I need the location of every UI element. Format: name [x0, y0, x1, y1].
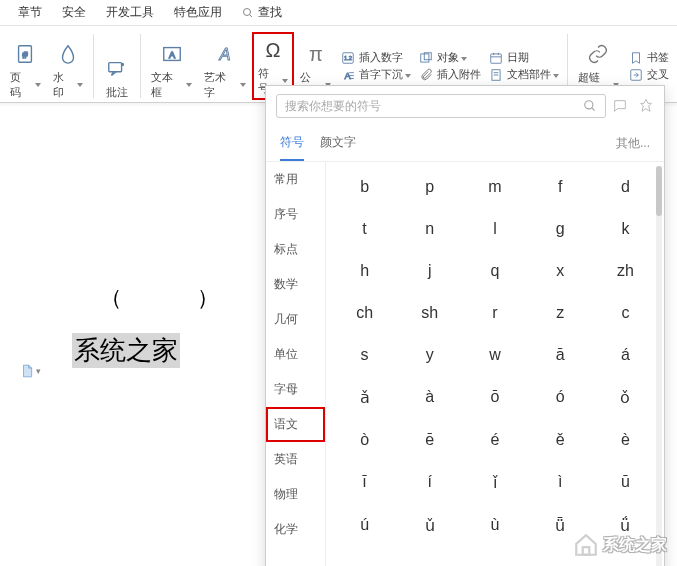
- symbol-cell[interactable]: x: [528, 250, 593, 292]
- svg-text:1.2: 1.2: [344, 55, 352, 61]
- scrollbar-thumb[interactable]: [656, 166, 662, 216]
- symbol-cell[interactable]: í: [397, 461, 462, 504]
- doc-parts-button[interactable]: 文档部件: [489, 67, 559, 82]
- symbol-cell[interactable]: ì: [528, 461, 593, 504]
- svg-rect-4: [109, 63, 122, 72]
- number-icon: 1.2: [341, 51, 355, 65]
- svg-point-27: [585, 101, 593, 109]
- search-icon[interactable]: [583, 99, 597, 113]
- symbol-cell[interactable]: m: [462, 166, 527, 208]
- symbol-cell[interactable]: à: [397, 376, 462, 419]
- category-几何[interactable]: 几何: [266, 302, 325, 337]
- category-化学[interactable]: 化学: [266, 512, 325, 547]
- category-语文[interactable]: 语文: [266, 407, 325, 442]
- wordart-button[interactable]: A 艺术字: [198, 32, 251, 100]
- drop-cap-button[interactable]: A 首字下沉: [341, 67, 411, 82]
- symbol-cell[interactable]: ě: [528, 419, 593, 461]
- menu-security[interactable]: 安全: [62, 4, 86, 21]
- category-物理[interactable]: 物理: [266, 477, 325, 512]
- symbol-cell[interactable]: è: [593, 419, 658, 461]
- symbol-cell[interactable]: y: [397, 334, 462, 376]
- insert-number-button[interactable]: 1.2 插入数字: [341, 50, 411, 65]
- category-标点[interactable]: 标点: [266, 232, 325, 267]
- symbol-cell[interactable]: ǎ: [332, 376, 397, 419]
- date-button[interactable]: 日期: [489, 50, 559, 65]
- body-text: 系统之家: [72, 333, 180, 368]
- tab-symbols[interactable]: 符号: [280, 126, 304, 161]
- page-number-button[interactable]: # 页码: [4, 32, 47, 100]
- svg-line-1: [250, 14, 253, 17]
- tab-other[interactable]: 其他...: [616, 135, 650, 152]
- find-action[interactable]: 查找: [242, 4, 282, 21]
- category-序号[interactable]: 序号: [266, 197, 325, 232]
- svg-point-5: [122, 64, 124, 66]
- symbol-cell[interactable]: é: [462, 419, 527, 461]
- scrollbar[interactable]: [656, 166, 662, 566]
- symbol-cell[interactable]: p: [397, 166, 462, 208]
- symbol-cell[interactable]: ē: [397, 419, 462, 461]
- symbol-cell[interactable]: z: [528, 292, 593, 334]
- symbol-cell[interactable]: ā: [528, 334, 593, 376]
- symbol-cell[interactable]: j: [397, 250, 462, 292]
- symbol-cell[interactable]: sh: [397, 292, 462, 334]
- attachment-button[interactable]: 插入附件: [419, 67, 481, 82]
- symbol-cell[interactable]: q: [462, 250, 527, 292]
- bookmark-button[interactable]: 书签: [629, 50, 669, 65]
- symbol-grid-container: bpmfdtnlgkhjqxzhchshrzcsywāáǎàōóǒòēéěèīí…: [326, 162, 664, 566]
- symbol-cell[interactable]: zh: [593, 250, 658, 292]
- symbol-cell[interactable]: ch: [332, 292, 397, 334]
- link-icon: [587, 43, 609, 65]
- symbol-cell[interactable]: ǔ: [397, 504, 462, 547]
- pin-icon[interactable]: [638, 98, 654, 114]
- annotate-icon: [106, 58, 128, 80]
- category-字母[interactable]: 字母: [266, 372, 325, 407]
- symbol-cell[interactable]: r: [462, 292, 527, 334]
- menu-features[interactable]: 特色应用: [174, 4, 222, 21]
- menu-devtools[interactable]: 开发工具: [106, 4, 154, 21]
- tab-emoji[interactable]: 颜文字: [320, 126, 356, 161]
- calendar-icon: [489, 51, 503, 65]
- menu-chapter[interactable]: 章节: [18, 4, 42, 21]
- symbol-cell[interactable]: ò: [332, 419, 397, 461]
- symbol-search-input[interactable]: [285, 99, 583, 113]
- symbol-cell[interactable]: ó: [528, 376, 593, 419]
- symbol-cell[interactable]: ù: [462, 504, 527, 547]
- symbol-cell[interactable]: ī: [332, 461, 397, 504]
- crossref-button[interactable]: 交叉: [629, 67, 669, 82]
- category-常用[interactable]: 常用: [266, 162, 325, 197]
- symbol-cell[interactable]: t: [332, 208, 397, 250]
- symbol-search[interactable]: [276, 94, 606, 118]
- watermark-button[interactable]: 水印: [47, 32, 90, 100]
- document-icon: [20, 363, 34, 379]
- symbol-cell[interactable]: d: [593, 166, 658, 208]
- textbox-button[interactable]: A 文本框: [145, 32, 198, 100]
- document-page[interactable]: （ ） 系统之家: [72, 283, 252, 368]
- symbol-cell[interactable]: l: [462, 208, 527, 250]
- symbol-cell[interactable]: ū: [593, 461, 658, 504]
- symbol-cell[interactable]: h: [332, 250, 397, 292]
- symbol-cell[interactable]: s: [332, 334, 397, 376]
- symbol-cell[interactable]: ú: [332, 504, 397, 547]
- symbol-cell[interactable]: ǐ: [462, 461, 527, 504]
- svg-text:A: A: [169, 50, 176, 60]
- symbol-cell[interactable]: ō: [462, 376, 527, 419]
- svg-point-0: [244, 8, 251, 15]
- object-button[interactable]: 对象: [419, 50, 481, 65]
- annotate-button[interactable]: 批注: [98, 32, 136, 100]
- symbol-cell[interactable]: b: [332, 166, 397, 208]
- symbol-cell[interactable]: c: [593, 292, 658, 334]
- symbol-cell[interactable]: ǒ: [593, 376, 658, 419]
- symbol-cell[interactable]: f: [528, 166, 593, 208]
- chat-icon[interactable]: [612, 98, 628, 114]
- navigation-pane-button[interactable]: ▾: [20, 363, 41, 379]
- symbol-cell[interactable]: g: [528, 208, 593, 250]
- omega-icon: Ω: [261, 38, 285, 62]
- symbol-cell[interactable]: á: [593, 334, 658, 376]
- symbol-cell[interactable]: k: [593, 208, 658, 250]
- category-数学[interactable]: 数学: [266, 267, 325, 302]
- symbol-cell[interactable]: n: [397, 208, 462, 250]
- category-英语[interactable]: 英语: [266, 442, 325, 477]
- pi-icon: π: [304, 42, 328, 66]
- category-单位[interactable]: 单位: [266, 337, 325, 372]
- symbol-cell[interactable]: w: [462, 334, 527, 376]
